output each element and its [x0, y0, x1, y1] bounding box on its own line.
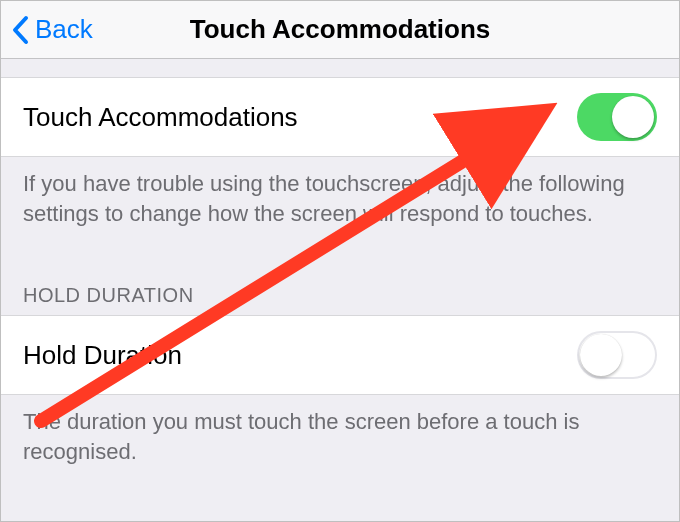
- toggle-knob: [580, 334, 622, 376]
- hold-duration-footer: The duration you must touch the screen b…: [1, 395, 679, 482]
- touch-accommodations-toggle[interactable]: [577, 93, 657, 141]
- back-label: Back: [35, 14, 93, 45]
- touch-accommodations-row[interactable]: Touch Accommodations: [1, 77, 679, 157]
- hold-duration-row[interactable]: Hold Duration: [1, 315, 679, 395]
- back-button[interactable]: Back: [1, 14, 93, 45]
- back-chevron-icon: [11, 15, 31, 45]
- hold-duration-label: Hold Duration: [23, 340, 182, 371]
- spacer: [1, 59, 679, 77]
- page-title: Touch Accommodations: [1, 14, 679, 45]
- hold-duration-section-header: HOLD DURATION: [1, 244, 679, 315]
- touch-accommodations-footer: If you have trouble using the touchscree…: [1, 157, 679, 244]
- toggle-knob: [612, 96, 654, 138]
- hold-duration-toggle[interactable]: [577, 331, 657, 379]
- nav-header: Back Touch Accommodations: [1, 1, 679, 59]
- touch-accommodations-label: Touch Accommodations: [23, 102, 298, 133]
